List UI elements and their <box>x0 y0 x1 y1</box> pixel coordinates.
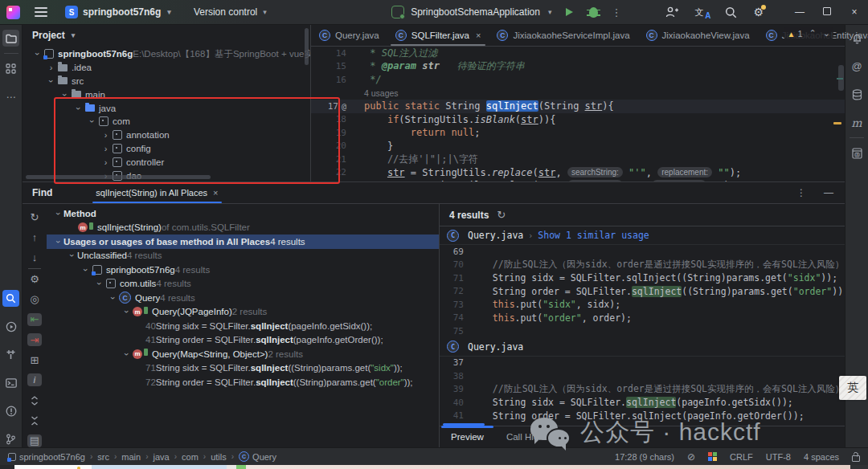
tree-chevron-icon[interactable]: › <box>54 208 63 218</box>
next-problem-icon[interactable]: ⌄ <box>823 28 830 39</box>
editor-tab[interactable]: CSQLFilter.java× <box>387 25 489 46</box>
code-line[interactable]: 72 String order = SQLFilter.sqlInject((S… <box>440 285 845 299</box>
breadcrumb-item[interactable]: com <box>182 452 199 462</box>
view-options-icon[interactable]: ◎ <box>27 293 42 306</box>
code-line[interactable]: 14 * SQL注入过滤 <box>311 47 845 60</box>
tree-row[interactable]: ›com.utils 4 results <box>47 277 439 292</box>
tree-row[interactable]: ›controller <box>23 155 310 169</box>
code-line[interactable]: 71 String sidx = SQLFilter.sqlInject((St… <box>440 271 845 285</box>
code-line[interactable]: 17@public static String sqlInject(String… <box>311 100 845 113</box>
refresh-icon[interactable]: ↻ <box>497 209 506 221</box>
indent-selector[interactable]: 4 spaces <box>804 452 839 462</box>
prev-problem-icon[interactable]: ⌃ <box>809 28 817 39</box>
minimize-button[interactable]: — <box>786 6 813 18</box>
code-line[interactable]: 19 return null; <box>311 126 845 140</box>
tree-chevron-icon[interactable]: › <box>100 130 111 140</box>
translation-dictionary-icon[interactable]: A <box>849 145 866 161</box>
tree-chevron-icon[interactable]: › <box>46 63 56 72</box>
breadcrumb-item[interactable]: utils <box>211 452 227 462</box>
chevron-down-icon[interactable]: ▾ <box>72 31 76 39</box>
tree-row[interactable]: ›java <box>23 101 310 115</box>
debug-button[interactable] <box>589 7 598 18</box>
tree-row[interactable]: ›.idea <box>23 61 310 75</box>
code-line[interactable]: 22 str = StringUtils.replace(str, search… <box>311 166 845 180</box>
code-line[interactable]: 75 <box>440 324 845 338</box>
terminal-tool-icon[interactable] <box>2 374 19 391</box>
tree-row[interactable]: ›Method <box>47 206 439 221</box>
pin-right-icon[interactable]: ⇥ <box>27 333 42 346</box>
tree-chevron-icon[interactable]: › <box>33 49 43 59</box>
structure-tool-icon[interactable] <box>2 60 19 77</box>
project-vertical-scrollbar[interactable] <box>305 28 309 65</box>
code-line[interactable]: 39 //防止SQL注入（因为sidx、order是通过拼接SQL实现排序的，会… <box>440 383 845 397</box>
inspections-widget[interactable]: ▲ 1 ⌃ ⌄ <box>784 27 833 39</box>
tree-row[interactable]: ›main <box>23 88 310 101</box>
tree-row[interactable]: ›41 String order = SQLFilter.sqlInject(p… <box>47 333 439 348</box>
tree-row[interactable]: ›72 String order = SQLFilter.sqlInject((… <box>47 375 439 389</box>
expand-all-icon[interactable] <box>27 394 42 406</box>
preview-file-header[interactable]: C Query.java › Show 1 similar usage <box>440 226 845 245</box>
code-line[interactable]: 38 <box>440 369 845 383</box>
tree-row[interactable]: ›springboot57n6g 4 results <box>47 263 439 277</box>
more-tools-icon[interactable]: ⋯ <box>2 88 19 105</box>
caret-position[interactable]: 17:28 (9 chars) <box>615 452 674 462</box>
code-line[interactable]: 23 str = StringUtils.replace(str, search… <box>311 179 845 181</box>
editor-tab[interactable]: CJixiaokaoheServiceImpl.java <box>489 25 637 46</box>
translate-icon[interactable]: 文A <box>694 6 709 18</box>
tree-row[interactable]: ›src <box>23 75 310 88</box>
tree-chevron-icon[interactable]: › <box>68 251 77 261</box>
build-tool-icon[interactable] <box>2 346 19 363</box>
language-services-icon[interactable] <box>708 452 717 461</box>
ai-assistant-icon[interactable]: @ <box>849 58 866 75</box>
project-switcher[interactable]: S springboot57n6g ▾ <box>65 6 171 18</box>
breadcrumb-item[interactable]: java <box>154 452 170 462</box>
preview-code-1[interactable]: 6970 //防止SQL注入（因为sidx、order是通过拼接SQL实现排序的… <box>440 245 845 338</box>
find-tool-icon[interactable] <box>2 290 19 307</box>
editor[interactable]: 14 * SQL注入过滤15 * @param str 待验证的字符串16 */… <box>311 47 845 181</box>
tree-row[interactable]: ›CQuery 4 results <box>47 291 439 305</box>
tree-chevron-icon[interactable]: › <box>47 75 56 86</box>
code-line[interactable]: 69 <box>440 245 845 259</box>
tab-close-icon[interactable]: × <box>213 188 218 198</box>
more-actions-icon[interactable]: ⋮ <box>611 6 621 18</box>
main-menu-icon[interactable] <box>35 7 47 17</box>
problems-tool-icon[interactable] <box>2 402 19 419</box>
services-tool-icon[interactable] <box>2 318 19 335</box>
previous-occurrence-icon[interactable]: ↑ <box>27 230 42 243</box>
find-results-tab[interactable]: sqlInject(String) in All Places × <box>92 182 221 203</box>
tab-close-icon[interactable]: × <box>476 31 481 40</box>
tree-chevron-icon[interactable]: › <box>108 292 118 303</box>
database-tool-icon[interactable] <box>849 86 866 103</box>
project-horizontal-scrollbar[interactable] <box>26 175 211 179</box>
tree-chevron-icon[interactable]: › <box>81 264 91 275</box>
maven-tool-icon[interactable]: m <box>849 114 866 131</box>
code-line[interactable]: 40 String sidx = SQLFilter.sqlInject(pag… <box>440 396 845 410</box>
pin-left-icon[interactable]: ⇤ <box>27 313 42 326</box>
code-line[interactable]: 21 //去掉'|"|;|\字符 <box>311 153 845 166</box>
open-in-new-window-icon[interactable]: ⊞ <box>27 353 42 366</box>
preview-toggle-icon[interactable]: ▤ <box>27 434 42 447</box>
code-line[interactable]: 70 //防止SQL注入（因为sidx、order是通过拼接SQL实现排序的，会… <box>440 259 845 272</box>
ime-indicator[interactable]: 英 <box>839 376 866 400</box>
version-control-tool-icon[interactable] <box>2 430 19 447</box>
lock-icon[interactable] <box>852 455 860 462</box>
tree-row[interactable]: ›mQuery(JQPageInfo) 2 results <box>47 305 439 320</box>
code-line[interactable]: 16 */ <box>311 73 845 87</box>
rerun-search-icon[interactable]: ↻ <box>27 210 42 223</box>
preview-file-header[interactable]: C Query.java <box>440 338 845 357</box>
code-line[interactable]: 74 this.put("order", order); <box>440 312 845 325</box>
tree-chevron-icon[interactable]: › <box>122 307 132 317</box>
code-line[interactable]: 4 usages <box>311 87 845 100</box>
run-button[interactable] <box>566 8 573 16</box>
editor-tab[interactable]: CQuery.java <box>311 25 387 46</box>
tree-row[interactable]: ›Usages or usages of base method in All … <box>47 234 439 249</box>
tree-chevron-icon[interactable]: › <box>95 279 104 289</box>
tree-row[interactable]: ›config <box>23 142 310 156</box>
project-tool-icon[interactable] <box>2 30 19 47</box>
next-occurrence-icon[interactable]: ↓ <box>27 251 42 263</box>
tree-chevron-icon[interactable]: › <box>100 144 111 153</box>
tree-chevron-icon[interactable]: › <box>74 103 84 113</box>
breadcrumb-item[interactable]: springboot57n6g <box>8 452 85 462</box>
collapse-all-icon[interactable] <box>27 414 42 427</box>
tree-row[interactable]: ›40 String sidx = SQLFilter.sqlInject(pa… <box>47 319 439 333</box>
